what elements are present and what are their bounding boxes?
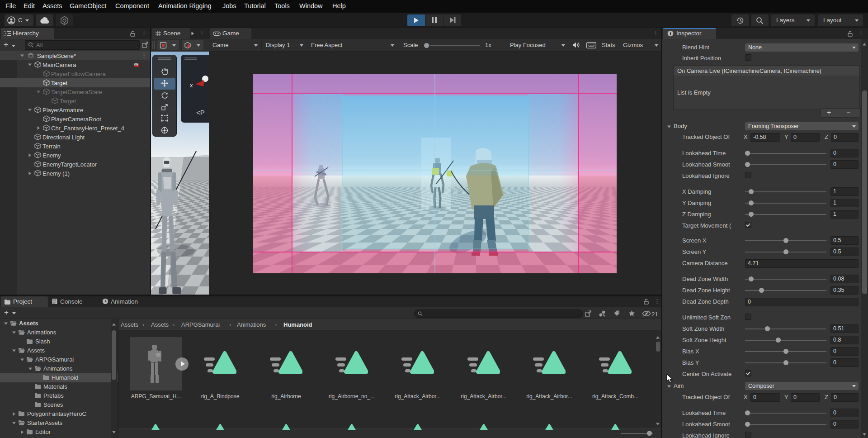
- svg-text:x: x: [190, 82, 193, 89]
